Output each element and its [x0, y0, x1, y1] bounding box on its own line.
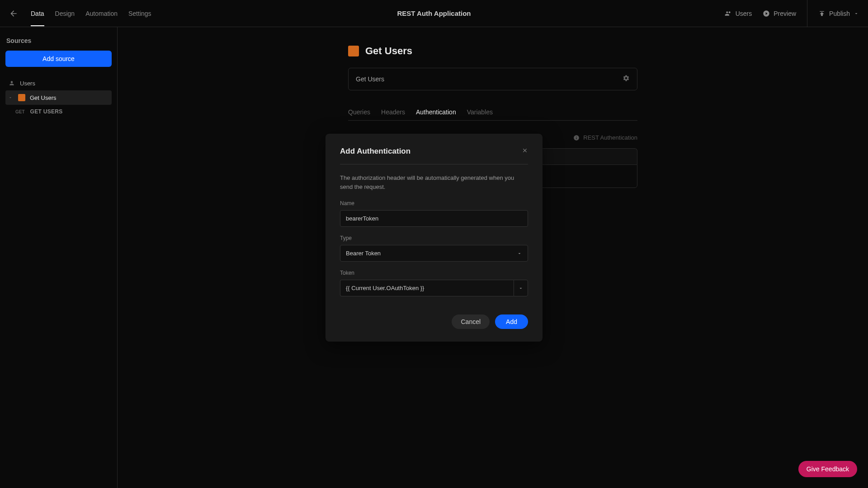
rest-icon [18, 94, 25, 101]
form-group-token: Token [340, 270, 528, 296]
publish-label: Publish [829, 10, 850, 17]
chevron-down-icon [518, 286, 524, 291]
arrow-left-icon [9, 9, 18, 18]
nav-tabs: Data Design Automation Settings [31, 1, 151, 26]
add-button[interactable]: Add [495, 314, 528, 329]
sidebar-item-label: Users [20, 80, 35, 87]
publish-button[interactable]: Publish [807, 0, 859, 27]
source-name-input[interactable] [356, 75, 623, 83]
form-group-type: Type Bearer Token [340, 235, 528, 262]
sidebar-title: Sources [5, 34, 112, 51]
sidebar-item-label: Get Users [30, 94, 57, 101]
chevron-down-icon [854, 11, 859, 16]
preview-label: Preview [774, 10, 796, 17]
info-icon [573, 135, 580, 141]
chevron-down-icon [517, 251, 522, 256]
page-header: Get Users [348, 45, 637, 57]
add-authentication-modal: Add Authentication The authorization hea… [326, 134, 542, 342]
sidebar-subitem-get-users[interactable]: GET GET USERS [5, 105, 112, 118]
tab-variables[interactable]: Variables [467, 104, 493, 120]
nav-tab-automation[interactable]: Automation [85, 1, 118, 26]
sub-tabs: Queries Headers Authentication Variables [348, 104, 637, 121]
nav-tab-settings[interactable]: Settings [128, 1, 151, 26]
users-table-icon [8, 80, 15, 87]
tab-authentication[interactable]: Authentication [416, 104, 456, 120]
page-title: Get Users [365, 45, 412, 57]
topbar-right: Users Preview Publish [725, 0, 859, 27]
modal-actions: Cancel Add [340, 314, 528, 329]
nav-tab-data[interactable]: Data [31, 1, 44, 26]
close-button[interactable] [522, 146, 528, 156]
token-row [340, 280, 528, 296]
nav-tab-design[interactable]: Design [55, 1, 75, 26]
tab-queries[interactable]: Queries [348, 104, 370, 120]
token-dropdown-button[interactable] [514, 280, 528, 296]
auth-info-label: REST Authentication [583, 134, 637, 141]
topbar: Data Design Automation Settings REST Aut… [0, 0, 868, 27]
name-label: Name [340, 200, 528, 206]
form-group-name: Name [340, 200, 528, 227]
sidebar-subitem-label: GET USERS [30, 108, 63, 115]
add-source-button[interactable]: Add source [5, 51, 112, 67]
tab-headers[interactable]: Headers [381, 104, 405, 120]
play-icon [763, 10, 770, 17]
rest-icon [348, 46, 359, 56]
sidebar-item-get-users[interactable]: Get Users [5, 90, 112, 105]
name-input[interactable] [340, 210, 528, 227]
back-button[interactable] [9, 9, 18, 18]
type-label: Type [340, 235, 528, 241]
chevron-down-icon [8, 95, 13, 100]
app-title: REST Auth Application [397, 9, 471, 17]
cancel-button[interactable]: Cancel [452, 314, 490, 329]
name-input-row [348, 68, 637, 90]
close-icon [522, 147, 528, 154]
type-value: Bearer Token [346, 250, 381, 257]
modal-title: Add Authentication [340, 147, 410, 156]
token-input[interactable] [340, 280, 514, 296]
sidebar: Sources Add source Users Get Users GET G… [0, 27, 118, 488]
users-button[interactable]: Users [725, 10, 752, 17]
sidebar-item-users[interactable]: Users [5, 76, 112, 90]
users-icon [725, 10, 732, 17]
give-feedback-button[interactable]: Give Feedback [798, 461, 857, 477]
settings-button[interactable] [623, 75, 630, 84]
modal-description: The authorization header will be automat… [340, 174, 528, 191]
modal-header: Add Authentication [340, 146, 528, 164]
gear-icon [623, 75, 630, 82]
type-select[interactable]: Bearer Token [340, 245, 528, 262]
preview-button[interactable]: Preview [763, 10, 796, 17]
users-label: Users [736, 10, 752, 17]
topbar-left: Data Design Automation Settings [9, 1, 725, 26]
publish-icon [818, 10, 826, 17]
method-badge: GET [15, 109, 25, 114]
token-label: Token [340, 270, 528, 276]
